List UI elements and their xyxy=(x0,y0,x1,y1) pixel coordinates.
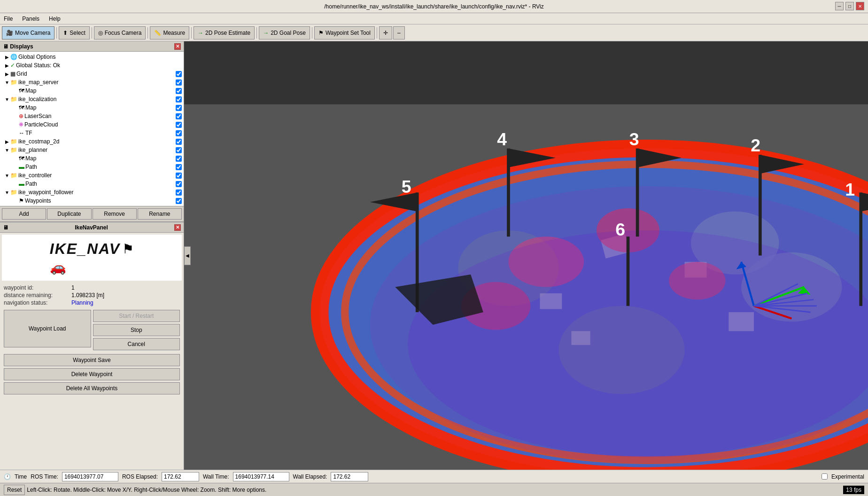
ike-localization-checkbox[interactable] xyxy=(176,96,182,102)
minus-button[interactable]: – xyxy=(393,26,405,39)
title-text: /home/runner/ike_nav_ws/install/ike_laun… xyxy=(324,3,544,10)
left-panel: 🖥 Displays ✕ ▶ 🌐 Global Options xyxy=(0,41,184,470)
svg-text:5: 5 xyxy=(402,177,411,197)
expander-global-options[interactable]: ▶ xyxy=(4,55,10,60)
maximize-button[interactable]: □ xyxy=(845,2,854,10)
tree-item-grid[interactable]: ▶ ▦ Grid xyxy=(0,70,184,78)
tree-item-ike-controller[interactable]: ▼ 📁 ike_controller xyxy=(0,171,184,180)
tree-item-ike-waypoint-follower[interactable]: ▼ 📁 ike_waypoint_follower xyxy=(0,188,184,197)
experimental-checkbox[interactable] xyxy=(822,473,828,480)
ike-nav-panel-close[interactable]: ✕ xyxy=(174,224,181,231)
navigation-status-value: Planning xyxy=(71,299,180,306)
waypoint-set-tool-button[interactable]: ⚑ Waypoint Set Tool xyxy=(314,26,375,39)
particlecloud-checkbox[interactable] xyxy=(176,122,182,128)
waypoint-load-button[interactable]: Waypoint Load xyxy=(4,310,91,347)
wall-elapsed-input[interactable] xyxy=(331,472,368,481)
menu-file[interactable]: File xyxy=(2,15,15,23)
waypoint-save-button[interactable]: Waypoint Save xyxy=(4,354,180,366)
delete-waypoint-button[interactable]: Delete Waypoint xyxy=(4,368,180,380)
expander-ike-controller[interactable]: ▼ xyxy=(4,173,10,178)
svg-text:4: 4 xyxy=(497,129,507,149)
ike-waypoint-follower-checkbox[interactable] xyxy=(176,189,182,196)
toolbar-separator-2 xyxy=(92,27,92,39)
ike-costmap-checkbox[interactable] xyxy=(176,139,182,145)
tree-item-ike-planner[interactable]: ▼ 📁 ike_planner xyxy=(0,146,184,154)
waypoint-id-value: 1 xyxy=(71,284,180,291)
tree-item-map2[interactable]: 🗺 Map xyxy=(0,103,184,112)
start-restart-button[interactable]: Start / Restart xyxy=(93,310,180,322)
expander-ike-waypoint-follower[interactable]: ▼ xyxy=(4,190,10,195)
tree-item-map1[interactable]: 🗺 Map xyxy=(0,87,184,95)
tree-item-laserscan[interactable]: ⊕ LaserScan xyxy=(0,112,184,120)
displays-close-button[interactable]: ✕ xyxy=(174,43,181,50)
focus-camera-button[interactable]: ◎ Focus Camera xyxy=(94,26,146,39)
expander-global-status[interactable]: ▶ xyxy=(4,63,10,68)
map1-icon: 🗺 xyxy=(19,87,24,94)
ike-map-server-checkbox[interactable] xyxy=(176,79,182,86)
expander-ike-planner[interactable]: ▼ xyxy=(4,148,10,153)
tree-item-global-status[interactable]: ▶ ✓ Global Status: Ok xyxy=(0,61,184,70)
path2-checkbox[interactable] xyxy=(176,181,182,187)
expander-ike-costmap[interactable]: ▶ xyxy=(4,139,10,144)
tree-item-ike-costmap[interactable]: ▶ 📁 ike_costmap_2d xyxy=(0,137,184,146)
wall-time-input[interactable] xyxy=(233,472,289,481)
path1-checkbox[interactable] xyxy=(176,164,182,170)
display-buttons: Add Duplicate Remove Rename xyxy=(0,206,184,221)
ros-elapsed-input[interactable] xyxy=(162,472,199,481)
tree-item-ike-map-server[interactable]: ▼ 📁 ike_map_server xyxy=(0,78,184,87)
ike-planner-checkbox[interactable] xyxy=(176,147,182,153)
reset-button[interactable]: Reset xyxy=(4,485,25,495)
tree-item-path2[interactable]: ▬ Path xyxy=(0,180,184,188)
laserscan-checkbox[interactable] xyxy=(176,113,182,119)
delete-all-waypoints-button[interactable]: Delete All Waypoints xyxy=(4,382,180,394)
main-content: 🖥 Displays ✕ ▶ 🌐 Global Options xyxy=(0,41,868,470)
ike-localization-icon: 📁 xyxy=(10,96,17,102)
move-camera-button[interactable]: 🎥 Move Camera xyxy=(2,26,54,39)
expander-grid[interactable]: ▶ xyxy=(4,71,10,77)
2d-pose-estimate-button[interactable]: → 2D Pose Estimate xyxy=(194,26,255,39)
tree-item-global-options[interactable]: ▶ 🌐 Global Options xyxy=(0,53,184,61)
ros-time-input[interactable] xyxy=(62,472,118,481)
cancel-button[interactable]: Cancel xyxy=(93,338,180,350)
select-button[interactable]: ⬆ Select xyxy=(59,26,89,39)
remove-display-button[interactable]: Remove xyxy=(93,208,137,220)
map3-checkbox[interactable] xyxy=(176,156,182,162)
panel-collapse-button[interactable]: ◀ xyxy=(184,246,191,265)
menu-panels[interactable]: Panels xyxy=(20,15,41,23)
tree-item-path1[interactable]: ▬ Path xyxy=(0,163,184,171)
nav-btn-right: Start / Restart Stop Cancel xyxy=(93,310,180,350)
expander-ike-map-server[interactable]: ▼ xyxy=(4,80,10,85)
ike-nav-flag-icon: ⚑ xyxy=(122,241,134,257)
expander-ike-localization[interactable]: ▼ xyxy=(4,97,10,102)
minimize-button[interactable]: ─ xyxy=(835,2,844,10)
menu-help[interactable]: Help xyxy=(47,15,62,23)
map1-checkbox[interactable] xyxy=(176,88,182,94)
ike-controller-icon: 📁 xyxy=(10,172,17,179)
stop-button[interactable]: Stop xyxy=(93,324,180,336)
distance-remaining-label: distance remaining: xyxy=(4,292,70,299)
grid-checkbox[interactable] xyxy=(176,71,182,77)
map2-checkbox[interactable] xyxy=(176,105,182,111)
tree-item-tf[interactable]: ↔ TF xyxy=(0,129,184,137)
add-display-button[interactable]: Add xyxy=(2,208,46,220)
tree-item-map3[interactable]: 🗺 Map xyxy=(0,154,184,163)
tree-item-ike-localization[interactable]: ▼ 📁 ike_localization xyxy=(0,95,184,103)
tree-item-waypoints[interactable]: ⚑ Waypoints xyxy=(0,197,184,205)
tree-item-particlecloud[interactable]: ❋ ParticleCloud xyxy=(0,120,184,129)
measure-button[interactable]: 📏 Measure xyxy=(150,26,189,39)
tf-checkbox[interactable] xyxy=(176,130,182,136)
duplicate-display-button[interactable]: Duplicate xyxy=(47,208,91,220)
toolbar-separator-4 xyxy=(191,27,192,39)
ike-controller-checkbox[interactable] xyxy=(176,173,182,179)
waypoints-checkbox[interactable] xyxy=(176,198,182,204)
plus-button[interactable]: ✛ xyxy=(379,26,392,39)
content-row: 🖥 Displays ✕ ▶ 🌐 Global Options xyxy=(0,41,868,470)
2d-goal-pose-button[interactable]: → 2D Goal Pose xyxy=(259,26,310,39)
rename-display-button[interactable]: Rename xyxy=(138,208,182,220)
3d-scene: 1 2 3 4 5 6 xyxy=(184,41,868,470)
ike-planner-icon: 📁 xyxy=(10,147,17,153)
close-button[interactable]: ✕ xyxy=(856,2,864,10)
3d-view[interactable]: ◀ xyxy=(184,41,868,470)
waypoints-icon: ⚑ xyxy=(19,197,24,204)
ike-costmap-icon: 📁 xyxy=(10,138,17,145)
